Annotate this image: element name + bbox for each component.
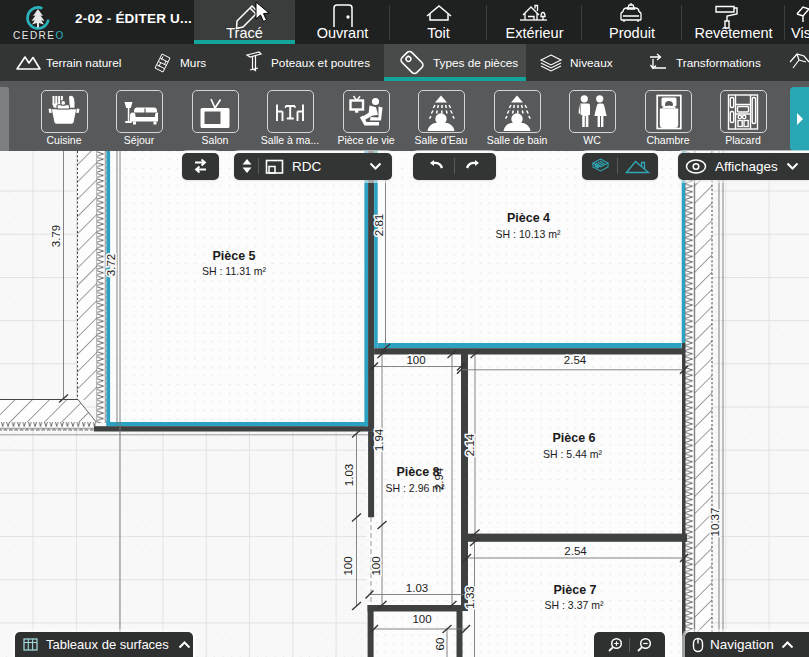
svg-text:100: 100 [342, 556, 354, 575]
svg-text:60: 60 [434, 638, 446, 651]
svg-text:2.81: 2.81 [373, 214, 385, 236]
svg-text:SH : 10.13 m²: SH : 10.13 m² [496, 228, 561, 240]
svg-text:SH : 5.44 m²: SH : 5.44 m² [543, 448, 602, 460]
svg-text:1.03: 1.03 [406, 582, 428, 594]
svg-text:1.33: 1.33 [464, 586, 476, 608]
svg-text:2.54: 2.54 [564, 354, 587, 366]
svg-text:SH : 11.31 m²: SH : 11.31 m² [202, 265, 266, 277]
svg-text:Pièce 4: Pièce 4 [507, 211, 550, 225]
svg-text:Pièce 7: Pièce 7 [553, 583, 596, 597]
svg-text:Pièce 8: Pièce 8 [396, 465, 439, 479]
svg-text:CEDREO: CEDREO [13, 30, 65, 41]
svg-text:Pièce 5: Pièce 5 [212, 249, 255, 263]
svg-text:100: 100 [406, 354, 425, 366]
svg-text:100: 100 [370, 556, 382, 575]
svg-text:2.54: 2.54 [564, 545, 587, 557]
svg-text:2.14: 2.14 [464, 433, 476, 456]
svg-text:3.79: 3.79 [50, 225, 62, 247]
svg-text:3.72: 3.72 [105, 254, 117, 276]
svg-text:100: 100 [412, 613, 431, 625]
svg-text:Pièce 6: Pièce 6 [552, 431, 595, 445]
svg-text:1.03: 1.03 [343, 464, 355, 486]
svg-text:SH : 2.96 m²: SH : 2.96 m² [386, 482, 445, 494]
svg-text:SH : 3.37 m²: SH : 3.37 m² [545, 599, 604, 611]
svg-text:10.37: 10.37 [709, 508, 721, 537]
svg-text:1.94: 1.94 [373, 428, 385, 451]
